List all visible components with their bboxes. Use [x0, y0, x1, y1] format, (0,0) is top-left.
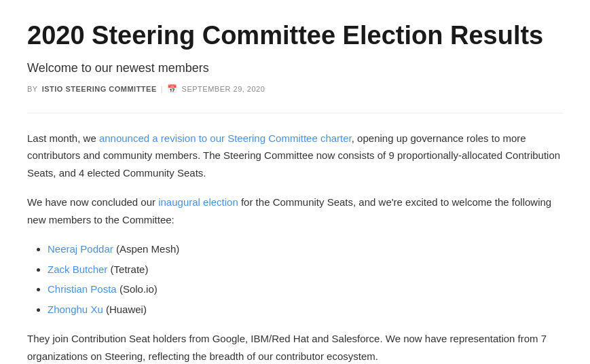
byline-prefix: BY — [27, 84, 38, 96]
list-item: Neeraj Poddar (Aspen Mesh) — [48, 240, 563, 258]
byline-date: SEPTEMBER 29, 2020 — [182, 84, 265, 96]
p2-text-before: We have now concluded our — [27, 196, 158, 208]
list-item: Zhonghu Xu (Huawei) — [48, 301, 563, 318]
member-link-zhonghu[interactable]: Zhonghu Xu — [48, 304, 103, 315]
member-affiliation-zhonghu: (Huawei) — [106, 304, 147, 315]
member-link-neeraj[interactable]: Neeraj Poddar — [48, 243, 113, 255]
page-subtitle: Welcome to our newest members — [27, 58, 563, 78]
page-title: 2020 Steering Committee Election Results — [27, 20, 563, 52]
calendar-icon: 📅 — [167, 83, 178, 96]
p1-text-before: Last month, we — [27, 132, 99, 144]
member-affiliation-neeraj: (Aspen Mesh) — [116, 243, 179, 255]
members-list: Neeraj Poddar (Aspen Mesh) Zack Butcher … — [27, 240, 563, 318]
byline: BY ISTIO STEERING COMMITTEE | 📅 SEPTEMBE… — [27, 83, 563, 96]
list-item: Zack Butcher (Tetrate) — [48, 261, 563, 278]
paragraph-3: They join Contribution Seat holders from… — [27, 330, 563, 364]
byline-author: ISTIO STEERING COMMITTEE — [42, 84, 157, 96]
election-link[interactable]: inaugural election — [158, 196, 238, 208]
section-divider — [27, 113, 563, 113]
member-affiliation-christian: (Solo.io) — [119, 283, 158, 295]
member-affiliation-zack: (Tetrate) — [111, 263, 149, 275]
member-link-christian[interactable]: Christian Posta — [48, 283, 117, 295]
paragraph-2: We have now concluded our inaugural elec… — [27, 194, 563, 228]
list-item: Christian Posta (Solo.io) — [48, 280, 563, 298]
byline-separator: | — [161, 84, 163, 96]
member-link-zack[interactable]: Zack Butcher — [48, 263, 107, 275]
charter-link[interactable]: announced a revision to our Steering Com… — [99, 132, 352, 144]
paragraph-1: Last month, we announced a revision to o… — [27, 130, 563, 182]
